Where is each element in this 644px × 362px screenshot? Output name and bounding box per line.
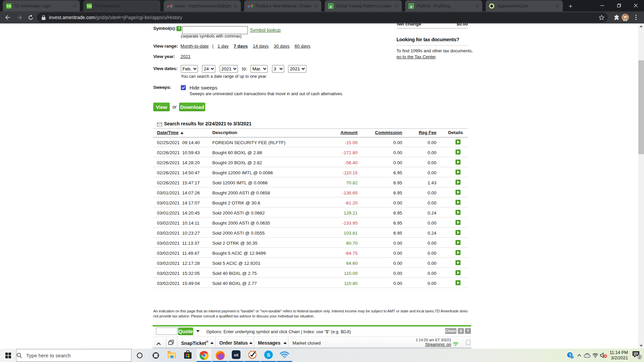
taskbar-app-clock-check-app[interactable]: [244, 349, 260, 362]
dollar-button[interactable]: $: [458, 328, 464, 334]
browser-tab-3[interactable]: Inbox - mattchristensen55@gma: [164, 0, 241, 11]
range-link-Month-to-date[interactable]: Month-to-date: [180, 44, 209, 49]
row-details-button[interactable]: [455, 210, 461, 215]
row-details-button[interactable]: [455, 280, 461, 285]
column-amount[interactable]: Amount: [321, 130, 358, 135]
tab-close-icon[interactable]: [72, 3, 77, 9]
volume-muted-icon[interactable]: [599, 349, 607, 362]
row-details-button[interactable]: [455, 190, 461, 195]
row-details-button[interactable]: [455, 220, 461, 225]
streaming-link[interactable]: Streaming: on: [425, 342, 451, 347]
row-details-button[interactable]: [455, 230, 461, 235]
row-details-button[interactable]: [455, 149, 461, 155]
network-wifi-icon[interactable]: [591, 349, 599, 362]
profile-avatar[interactable]: [621, 13, 629, 21]
range-link-7-days[interactable]: 7 days: [234, 44, 248, 49]
taskbar-app-firefox[interactable]: [212, 349, 228, 362]
taskbar-app-file-explorer[interactable]: [164, 349, 180, 362]
view-year-link[interactable]: 2021: [180, 54, 191, 59]
browser-tab-5[interactable]: pSocial Trading Platform | Learn to: [325, 0, 402, 11]
messages-tab[interactable]: Messages: [258, 340, 280, 346]
symbol-input[interactable]: [182, 26, 248, 34]
scroll-up-button[interactable]: [638, 23, 644, 29]
window-close-button[interactable]: [627, 0, 644, 11]
order-status-caret-icon[interactable]: [249, 342, 253, 344]
range-link-60-days[interactable]: 60 days: [294, 44, 310, 49]
range-link-30-days[interactable]: 30 days: [274, 44, 289, 49]
order-status-tab[interactable]: Order Status: [219, 340, 248, 346]
chain-button[interactable]: Chain: [445, 328, 457, 334]
row-details-button[interactable]: [455, 250, 461, 255]
row-details-button[interactable]: [455, 180, 461, 185]
browser-menu-icon[interactable]: [632, 13, 640, 21]
dock-edge-handle[interactable]: [466, 340, 470, 345]
taskbar-clock[interactable]: 11:14 PM 3/2/2021: [609, 350, 628, 361]
from-year-select[interactable]: 2021: [220, 65, 238, 73]
row-details-button[interactable]: [455, 240, 461, 245]
action-center-icon[interactable]: 2: [631, 349, 644, 362]
quote-dropdown-caret[interactable]: [196, 330, 200, 332]
browser-tab-6[interactable]: pProfit.ly - ProfiDing: [405, 0, 482, 11]
download-button[interactable]: Download: [179, 103, 205, 111]
quote-button[interactable]: Quote: [178, 327, 193, 335]
column-reg-fee[interactable]: Reg Fee: [413, 130, 436, 135]
column-commission[interactable]: Commission: [364, 130, 402, 135]
range-link-14-days[interactable]: 14 days: [253, 44, 269, 49]
task-view-button[interactable]: [148, 349, 164, 362]
browser-tab-2[interactable]: TDTD Ameritrade: [83, 0, 160, 11]
tray-expand-chevron[interactable]: [575, 349, 583, 362]
browser-tab-1[interactable]: TDTD Ameritrade Login: [3, 0, 80, 11]
taskbar-app-wifi-app[interactable]: [276, 349, 292, 362]
browser-tab-4[interactable]: Posted a New Webinar: Challeng: [244, 0, 321, 11]
back-button[interactable]: [3, 12, 13, 22]
new-tab-button[interactable]: +: [566, 2, 575, 11]
reload-button[interactable]: [25, 12, 36, 22]
tab-close-icon[interactable]: [474, 3, 480, 9]
row-details-button[interactable]: [455, 270, 461, 275]
scroll-down-button[interactable]: [638, 343, 644, 349]
from-month-select[interactable]: Feb.: [181, 65, 198, 73]
row-details-button[interactable]: [455, 160, 461, 165]
tax-center-link[interactable]: go to the Tax Center: [396, 54, 435, 59]
view-button[interactable]: View: [153, 103, 170, 111]
range-link-1-day[interactable]: 1 day: [218, 44, 229, 49]
collapse-chevron-icon[interactable]: [156, 341, 161, 347]
taskbar-app-skype[interactable]: S: [260, 349, 276, 362]
quote-symbol-input[interactable]: [156, 327, 177, 335]
taskbar-search-box[interactable]: Type here to search: [16, 349, 131, 362]
taskbar-app-microsoft-store[interactable]: [180, 349, 196, 362]
bookmark-star-icon[interactable]: [599, 15, 604, 20]
cortana-button[interactable]: [131, 349, 148, 362]
tab-close-icon[interactable]: [313, 3, 319, 9]
to-month-select[interactable]: Mar.: [251, 65, 268, 73]
onedrive-cloud-icon[interactable]: [583, 349, 591, 362]
column-date-time[interactable]: Date/Time: [157, 130, 183, 135]
to-day-select[interactable]: 3: [272, 65, 284, 73]
window-minimize-button[interactable]: [594, 0, 610, 11]
get-help-icon[interactable]: ?i: [565, 349, 575, 362]
extensions-puzzle-icon[interactable]: [612, 13, 621, 21]
address-bar[interactable]: invest.ameritrade.com/grid/p/site#r=jPag…: [37, 12, 608, 22]
tab-close-icon[interactable]: [555, 3, 560, 9]
row-details-button[interactable]: [455, 200, 461, 205]
window-maximize-button[interactable]: [610, 0, 627, 11]
snapticket-caret-icon[interactable]: [210, 342, 214, 344]
tab-close-icon[interactable]: [233, 3, 238, 9]
to-year-select[interactable]: 2021: [288, 65, 306, 73]
browser-tab-7[interactable]: AppointmentCore: [486, 0, 563, 11]
row-details-button[interactable]: [455, 260, 461, 265]
snap-help-button[interactable]: ?: [465, 328, 471, 334]
tab-close-icon[interactable]: [394, 3, 399, 9]
tab-close-icon[interactable]: [152, 3, 158, 9]
scrollbar-thumb[interactable]: [638, 60, 644, 154]
forward-button[interactable]: [14, 12, 24, 22]
taskbar-app-stockstotrade[interactable]: stt: [228, 349, 244, 362]
popout-icon[interactable]: [168, 340, 174, 346]
from-day-select[interactable]: 24: [202, 65, 215, 73]
row-details-button[interactable]: [455, 170, 461, 175]
vertical-scrollbar[interactable]: [638, 23, 644, 349]
messages-caret-icon[interactable]: [283, 342, 287, 344]
taskbar-app-chrome[interactable]: [196, 349, 212, 362]
start-button[interactable]: [0, 349, 16, 362]
symbol-lookup-link[interactable]: Symbol lookup: [250, 27, 281, 33]
